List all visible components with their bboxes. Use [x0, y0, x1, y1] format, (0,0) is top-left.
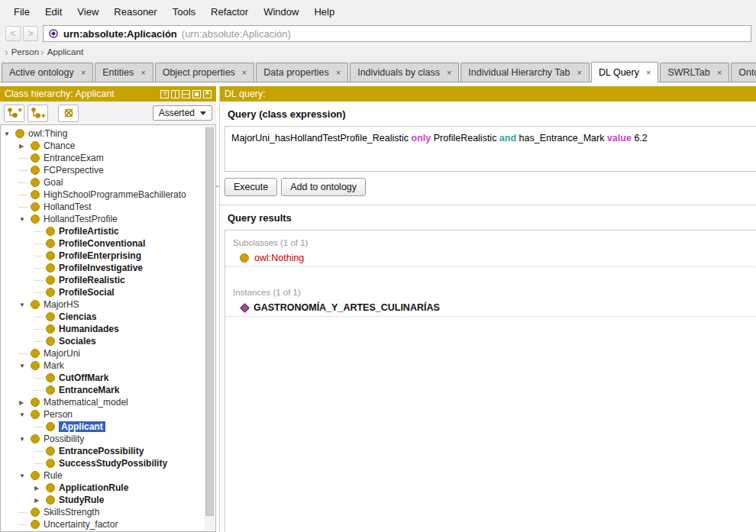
- tree-row[interactable]: ProfileConventional: [1, 237, 204, 250]
- menu-item[interactable]: File: [6, 6, 37, 18]
- tree-row[interactable]: ApplicationRule: [1, 482, 204, 494]
- tree-row[interactable]: EntrancePossibility: [1, 445, 204, 457]
- tree-row[interactable]: CutOffMark: [1, 372, 204, 384]
- expand-arrow-icon[interactable]: [19, 472, 31, 479]
- forward-button[interactable]: [23, 26, 38, 41]
- maximize-icon[interactable]: [192, 90, 201, 98]
- tab-close-icon[interactable]: [440, 67, 451, 78]
- horizontal-split-icon[interactable]: [182, 90, 190, 98]
- tree-row[interactable]: HollandTest: [1, 201, 204, 213]
- tree-row[interactable]: HollandTestProfile: [1, 213, 204, 225]
- tree-row[interactable]: SuccessStudyPossibility: [1, 457, 204, 469]
- expand-arrow-icon[interactable]: [19, 301, 31, 308]
- tree-row[interactable]: Uncertainty_factor: [1, 518, 204, 530]
- expand-arrow-icon[interactable]: [34, 231, 46, 232]
- menu-item[interactable]: Reasoner: [106, 6, 164, 18]
- tree-row[interactable]: Sociales: [1, 335, 204, 347]
- hierarchy-mode-dropdown[interactable]: Asserted: [153, 105, 212, 121]
- tree-row[interactable]: MajorHS: [1, 298, 204, 311]
- query-expression-input[interactable]: MajorUni_hasHollandTestProfile_Realistic…: [225, 126, 756, 172]
- tab[interactable]: DL Query: [591, 62, 658, 82]
- tree-row[interactable]: ProfileInvestigative: [1, 262, 204, 274]
- tree-row[interactable]: Possibility: [1, 433, 204, 445]
- breadcrumb-item[interactable]: Person: [3, 46, 39, 58]
- expand-arrow-icon[interactable]: [19, 363, 31, 369]
- breadcrumb-item[interactable]: Applicant: [39, 46, 83, 58]
- back-button[interactable]: [5, 26, 21, 41]
- tree-row[interactable]: ProfileEnterprising: [1, 250, 204, 262]
- expand-arrow-icon[interactable]: [34, 390, 46, 391]
- expand-arrow-icon[interactable]: [34, 292, 46, 293]
- expand-arrow-icon[interactable]: [19, 353, 31, 354]
- expand-arrow-icon[interactable]: [34, 341, 46, 342]
- expand-arrow-icon[interactable]: [34, 329, 46, 330]
- tab-close-icon[interactable]: [74, 67, 86, 78]
- tree-scrollbar[interactable]: [205, 126, 215, 530]
- tree-row[interactable]: Mathematical_model: [1, 396, 204, 408]
- expand-arrow-icon[interactable]: [19, 216, 31, 223]
- tab-close-icon[interactable]: [639, 67, 651, 78]
- expand-arrow-icon[interactable]: [34, 317, 46, 318]
- tab-close-icon[interactable]: [329, 67, 341, 78]
- tree-row[interactable]: Mark: [1, 360, 204, 372]
- expand-arrow-icon[interactable]: [19, 143, 31, 150]
- menu-item[interactable]: Help: [306, 6, 342, 18]
- expand-arrow-icon[interactable]: [19, 207, 31, 208]
- tab[interactable]: Entities: [95, 63, 153, 82]
- expand-arrow-icon[interactable]: [34, 243, 46, 244]
- expand-arrow-icon[interactable]: [19, 158, 31, 159]
- menu-item[interactable]: Refactor: [203, 6, 256, 18]
- tree-row[interactable]: Applicant: [1, 421, 204, 433]
- expand-arrow-icon[interactable]: [19, 170, 31, 171]
- tab-close-icon[interactable]: [235, 67, 247, 78]
- tree-row[interactable]: EntranceExam: [1, 152, 204, 164]
- instance-result-row[interactable]: GASTRONOMÍA_Y_ARTES_CULINARÍAS: [225, 299, 755, 317]
- tree-row[interactable]: [1, 530, 204, 531]
- tab[interactable]: Object properties: [155, 63, 255, 82]
- tab[interactable]: SWRLTab: [660, 63, 729, 82]
- expand-arrow-icon[interactable]: [19, 399, 31, 406]
- expand-arrow-icon[interactable]: [34, 256, 46, 256]
- tree-row[interactable]: FCPerspective: [1, 164, 204, 176]
- tree-scrollbar-thumb[interactable]: [205, 127, 214, 516]
- tree-row[interactable]: HighSchoolProgrammeBachillerato: [1, 189, 204, 201]
- expand-arrow-icon[interactable]: [19, 436, 31, 443]
- add-sibling-class-button[interactable]: [27, 105, 48, 122]
- expand-arrow-icon[interactable]: [4, 131, 15, 137]
- expand-arrow-icon[interactable]: [34, 427, 46, 427]
- subclass-result-row[interactable]: owl:Nothing: [225, 250, 755, 267]
- tree-row[interactable]: StudyRule: [1, 494, 204, 506]
- tab[interactable]: OntoGraf: [731, 63, 756, 82]
- tree-row[interactable]: Person: [1, 408, 204, 421]
- tree-row[interactable]: Goal: [1, 176, 204, 189]
- tree-row[interactable]: SkillsStrength: [1, 506, 204, 518]
- tree-row[interactable]: Humanidades: [1, 323, 204, 335]
- tab[interactable]: Active ontology: [2, 63, 93, 82]
- expand-arrow-icon[interactable]: [34, 497, 46, 504]
- tree-row[interactable]: MajorUni: [1, 347, 204, 360]
- tree-row[interactable]: Rule: [1, 469, 204, 482]
- tree-row[interactable]: ProfileSocial: [1, 286, 204, 298]
- expand-arrow-icon[interactable]: [34, 463, 46, 464]
- tab-close-icon[interactable]: [710, 67, 722, 78]
- tree-row[interactable]: EntranceMark: [1, 384, 204, 396]
- menu-item[interactable]: Window: [256, 6, 306, 18]
- expand-arrow-icon[interactable]: [34, 280, 46, 281]
- expand-arrow-icon[interactable]: [19, 512, 31, 513]
- delete-class-button[interactable]: [58, 105, 79, 122]
- expand-arrow-icon[interactable]: [34, 485, 46, 492]
- add-subclass-button[interactable]: [4, 105, 24, 122]
- menu-item[interactable]: Tools: [165, 6, 203, 18]
- tree-row[interactable]: ProfileRealistic: [1, 274, 204, 286]
- split-view-icon[interactable]: [171, 90, 179, 98]
- tree-row[interactable]: owl:Thing: [1, 127, 204, 140]
- tab[interactable]: Data properties: [256, 63, 348, 82]
- expand-arrow-icon[interactable]: [34, 268, 46, 269]
- menu-item[interactable]: Edit: [37, 6, 69, 18]
- menu-item[interactable]: View: [69, 6, 106, 18]
- tree-row[interactable]: Chance: [1, 140, 204, 152]
- panel-splitter[interactable]: [216, 86, 219, 532]
- expand-arrow-icon[interactable]: [19, 411, 31, 418]
- ontology-address-field[interactable]: urn:absolute:Aplicación (urn:absolute:Ap…: [43, 25, 751, 42]
- help-icon[interactable]: [160, 90, 169, 98]
